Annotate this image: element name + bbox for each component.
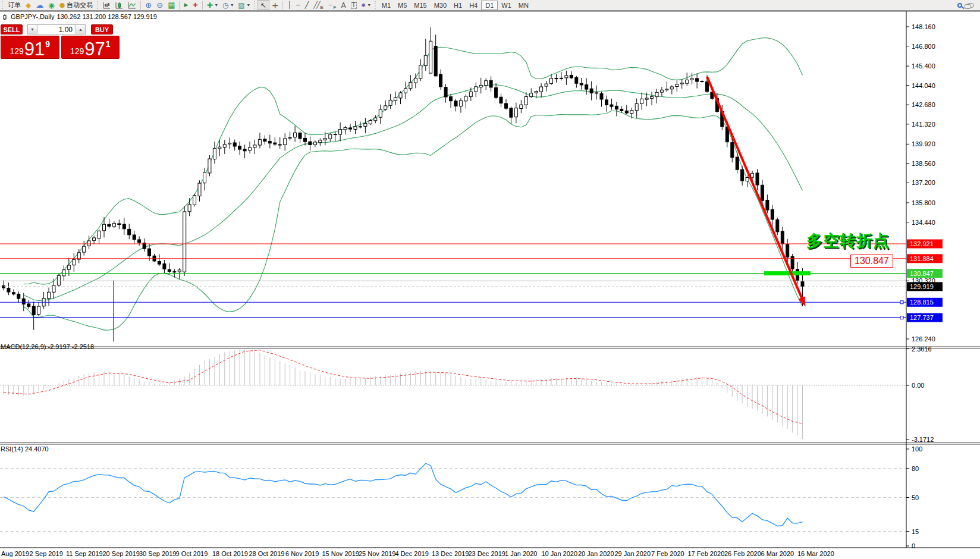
trendline-tool-button[interactable]: ╱ — [303, 0, 312, 10]
bar-chart-button[interactable] — [100, 0, 113, 10]
line-handle[interactable] — [900, 301, 903, 304]
price-tick-label: 148.160 — [912, 23, 935, 30]
time-axis-label: 7 Feb 2020 — [651, 550, 684, 557]
new-order-button[interactable]: 订单 — [5, 0, 23, 10]
tile-windows-icon: ▦ — [168, 1, 175, 9]
symbol-title: GBPJPY-,Daily — [11, 13, 55, 20]
toolbar-separator — [202, 1, 203, 10]
virtual-hosting-button[interactable]: ☁ — [33, 0, 46, 10]
price-tick-label: 142.680 — [912, 101, 935, 108]
toolbar-grip[interactable] — [374, 1, 377, 10]
horizontal-line-icon: ─ — [296, 2, 300, 8]
timeframe-d1[interactable]: D1 — [481, 1, 498, 10]
symbol-chart-icon — [2, 14, 8, 20]
price-chart-svg[interactable]: 148.160146.800145.400144.040142.680141.3… — [0, 11, 980, 559]
tile-windows-button[interactable]: ▦ — [165, 0, 177, 10]
timeframe-h1[interactable]: H1 — [450, 1, 466, 10]
community-chat-button[interactable] — [965, 0, 976, 10]
buy-button[interactable]: BUY — [91, 24, 113, 34]
toolbar-separator — [282, 1, 283, 10]
price-label-text: 127.737 — [910, 314, 934, 321]
timeframe-h4[interactable]: H4 — [466, 1, 481, 10]
candlestick-chart-button[interactable] — [113, 0, 125, 10]
lot-size-input[interactable] — [37, 24, 76, 34]
arrows-icon: ◆ — [362, 2, 366, 8]
metaeditor-button[interactable]: ◆ — [23, 0, 33, 10]
time-axis-label: 30 Sep 2019 — [139, 550, 176, 557]
chevron-down-icon: ▾ — [231, 2, 233, 8]
chart-workspace[interactable]: 148.160146.800145.400144.040142.680141.3… — [0, 11, 980, 559]
macd-panel[interactable] — [0, 348, 906, 439]
new-order-label: 订单 — [8, 1, 21, 10]
annotation-text[interactable]: 多空转折点 — [806, 230, 890, 252]
time-axis-label: 1 Jan 2020 — [505, 550, 537, 557]
periods-button[interactable]: ◷ ▾ — [220, 0, 236, 10]
zoom-out-icon: ⊖ — [156, 1, 163, 9]
rsi-line — [4, 463, 803, 526]
time-axis-label: 9 Oct 2019 — [176, 550, 208, 557]
line-chart-button[interactable] — [125, 0, 139, 10]
chart-shift-icon: ▶ — [184, 2, 188, 8]
toolbar-separator — [179, 1, 180, 10]
text-tool-button[interactable]: A — [338, 0, 348, 10]
toolbar-grip[interactable] — [253, 1, 256, 10]
toolbar-grip[interactable] — [96, 1, 99, 10]
support-highlight-bar[interactable] — [764, 271, 811, 275]
line-handle[interactable] — [900, 316, 903, 319]
fibonacci-tool-button[interactable]: ┄ F — [326, 0, 339, 10]
equidistant-channel-icon: ╱╱ — [313, 2, 319, 8]
timeframe-m5[interactable]: M5 — [394, 1, 410, 10]
autotrading-button[interactable]: ● 自动交易 — [57, 0, 96, 10]
time-axis-label: 4 Dec 2019 — [395, 550, 429, 557]
cursor-tool-button[interactable]: ↖ — [257, 0, 269, 10]
chevron-down-icon: ▾ — [247, 2, 250, 8]
chart-shift-button[interactable]: ▶ — [181, 0, 190, 10]
price-label-text: 131.884 — [910, 255, 934, 262]
main-chart-panel[interactable] — [0, 27, 906, 342]
lot-increase-button[interactable]: ▲ — [76, 24, 86, 34]
zoom-out-button[interactable]: ⊖ — [154, 0, 165, 10]
time-axis-label: 2 Sep 2019 — [30, 550, 63, 557]
text-label-tool-button[interactable]: T — [348, 0, 359, 10]
macd-tick-label: -3.1712 — [912, 436, 934, 443]
sell-price-pip: 9 — [45, 40, 50, 48]
timeframe-m15[interactable]: M15 — [410, 1, 430, 10]
signals-button[interactable]: ◉ — [46, 0, 56, 10]
price-tag-label[interactable]: 130.847 — [850, 255, 893, 268]
crosshair-tool-button[interactable]: + — [269, 0, 281, 10]
auto-scroll-button[interactable]: ✚ — [190, 0, 200, 10]
text-label-icon: T — [351, 2, 357, 9]
mt4-window: 订单 ◆ ☁ ◉ ● 自动交易 ⊕ ⊖ — [0, 0, 980, 559]
macd-tick-label: 0.00 — [912, 382, 924, 389]
price-label-text: 129.919 — [910, 283, 934, 290]
indicators-button[interactable]: ✚ ▾ — [205, 0, 220, 10]
chart-header: GBPJPY-,Daily 130.262 131.200 128.567 12… — [2, 13, 157, 20]
zoom-in-button[interactable]: ⊕ — [143, 0, 154, 10]
price-tick-label: 126.240 — [912, 335, 935, 343]
arrows-tool-button[interactable]: ◆ ▾ — [359, 0, 373, 10]
search-button[interactable] — [955, 0, 965, 10]
sell-button[interactable]: SELL — [1, 24, 23, 34]
price-tick-label: 135.800 — [912, 199, 935, 206]
lot-decrease-button[interactable]: ▼ — [27, 24, 37, 34]
sell-price-box[interactable]: 129 91 9 — [1, 36, 59, 59]
buy-price-box[interactable]: 129 97 1 — [61, 36, 120, 59]
time-axis-label: 13 Dec 2019 — [432, 550, 469, 557]
timeframe-mn[interactable]: MN — [515, 1, 532, 10]
channel-tool-button[interactable]: ╱╱ E — [311, 0, 326, 10]
templates-button[interactable]: ▨ ▾ — [235, 0, 252, 10]
horizontal-line-tool-button[interactable]: ─ — [294, 0, 303, 10]
price-tick-label: 145.400 — [912, 62, 935, 70]
timeframe-m1[interactable]: M1 — [378, 1, 394, 10]
timeframe-w1[interactable]: W1 — [498, 1, 515, 10]
price-axis[interactable]: 148.160146.800145.400144.040142.680141.3… — [906, 23, 943, 549]
buy-price-main: 129 — [70, 47, 84, 55]
time-axis[interactable]: Aug 20192 Sep 201911 Sep 201920 Sep 2019… — [0, 548, 980, 559]
trend-arrow[interactable] — [707, 77, 804, 303]
toolbar-grip[interactable] — [1, 1, 4, 10]
toolbar: 订单 ◆ ☁ ◉ ● 自动交易 ⊕ ⊖ — [0, 0, 980, 11]
timeframe-m30[interactable]: M30 — [431, 1, 450, 10]
vertical-line-tool-button[interactable]: │ — [285, 0, 294, 10]
rsi-tick-label: 80 — [912, 465, 919, 472]
rsi-panel[interactable] — [0, 463, 906, 531]
